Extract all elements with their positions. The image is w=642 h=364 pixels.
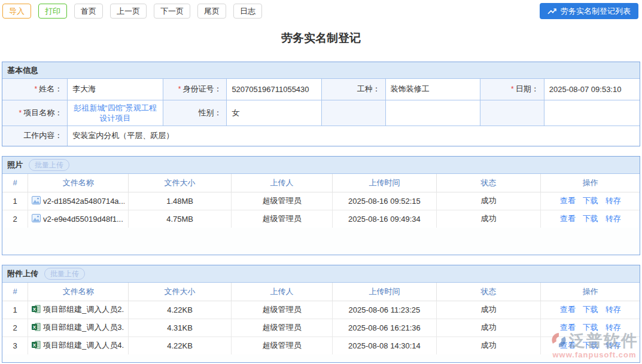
file-name-text: v2-e9e4d55019d48f1... — [43, 215, 123, 224]
col-operations: 操作 — [541, 283, 640, 301]
file-size-cell: 4.22KB — [129, 301, 231, 319]
view-link[interactable]: 查看 — [560, 305, 576, 314]
work-content-label-cell: 工作内容： — [2, 126, 68, 146]
table-row: 1 v2-d18542a5480714a... 1.48MB 超级管理员 202… — [2, 192, 640, 210]
transfer-link[interactable]: 转存 — [606, 214, 621, 223]
view-link[interactable]: 查看 — [560, 323, 576, 332]
file-size-cell: 1.48MB — [129, 192, 231, 210]
col-uploader: 上传人 — [231, 283, 332, 301]
photos-batch-upload-button[interactable]: 批量上传 — [29, 159, 69, 171]
log-button[interactable]: 日志 — [233, 4, 262, 19]
attachments-table: # 文件名称 文件大小 上传人 上传时间 状态 操作 1 X 项目部组建_调入人… — [2, 283, 640, 354]
download-link[interactable]: 下载 — [583, 214, 598, 223]
view-link[interactable]: 查看 — [560, 341, 576, 350]
basic-info-title: 基本信息 — [7, 65, 38, 76]
empty-label-cell — [322, 100, 386, 126]
basic-info-header: 基本信息 — [2, 62, 640, 79]
download-link[interactable]: 下载 — [583, 305, 598, 314]
col-status: 状态 — [436, 283, 541, 301]
attachments-header: 附件上传 批量上传 — [2, 265, 640, 283]
excel-icon: X — [32, 341, 41, 351]
file-name-text: 项目部组建_调入人员4.... — [43, 340, 124, 351]
file-name-cell: X 项目部组建_调入人员4.... — [28, 337, 129, 354]
operations-cell: 查看下载转存 — [541, 192, 640, 210]
registration-list-button[interactable]: 劳务实名制登记列表 — [540, 3, 638, 19]
toolbar: 导入 打印 首页 上一页 下一页 尾页 日志 劳务实名制登记列表 — [0, 0, 642, 22]
upload-time-cell: 2025-08-06 11:23:25 — [333, 301, 437, 319]
status-cell: 成功 — [436, 210, 541, 228]
status-cell: 成功 — [436, 319, 541, 337]
row-index: 3 — [2, 337, 28, 354]
required-mark: * — [178, 85, 181, 93]
view-link[interactable]: 查看 — [560, 196, 576, 205]
operations-cell: 查看下载转存 — [541, 319, 640, 337]
transfer-link[interactable]: 转存 — [606, 341, 621, 350]
file-name-cell: X 项目部组建_调入人员3.... — [28, 319, 129, 337]
transfer-link[interactable]: 转存 — [606, 305, 621, 314]
upload-time-cell: 2025-08-16 09:52:15 — [333, 192, 437, 210]
gender-label-cell: 性别： — [163, 100, 227, 126]
file-size-cell: 4.31KB — [129, 319, 231, 337]
col-filesize: 文件大小 — [129, 174, 231, 192]
first-page-button[interactable]: 首页 — [74, 4, 103, 19]
col-index: # — [2, 283, 28, 301]
last-page-button[interactable]: 尾页 — [197, 4, 226, 19]
import-button[interactable]: 导入 — [2, 4, 31, 19]
basic-info-table: *姓名： 李大海 *身份证号： 520705196711055430 工种： 装… — [2, 79, 640, 146]
table-row: 3 X 项目部组建_调入人员4.... 4.22KB 超级管理员 2025-08… — [2, 337, 640, 354]
id-label-cell: *身份证号： — [163, 79, 227, 100]
table-row: 2 X 项目部组建_调入人员3.... 4.31KB 超级管理员 2025-08… — [2, 319, 640, 337]
file-name-text: v2-d18542a5480714a... — [43, 197, 124, 206]
project-name-link[interactable]: 彭祖新城“四馆”景观工程设计项目 — [72, 103, 158, 123]
download-link[interactable]: 下载 — [583, 323, 598, 332]
photos-section: 照片 批量上传 # 文件名称 文件大小 上传人 上传时间 状态 操作 1 v2-… — [2, 156, 640, 255]
col-filename: 文件名称 — [28, 283, 129, 301]
attachments-batch-upload-button[interactable]: 批量上传 — [44, 268, 85, 280]
registration-list-label: 劳务实名制登记列表 — [561, 6, 631, 17]
col-operations: 操作 — [541, 174, 640, 192]
download-link[interactable]: 下载 — [583, 341, 598, 350]
photos-empty-area — [2, 228, 640, 255]
name-label-cell: *姓名： — [2, 79, 68, 100]
table-row: 1 X 项目部组建_调入人员2.... 4.22KB 超级管理员 2025-08… — [2, 301, 640, 319]
worktype-value-cell: 装饰装修工 — [385, 79, 480, 100]
required-mark: * — [19, 109, 22, 117]
next-page-button[interactable]: 下一页 — [154, 4, 190, 19]
uploader-cell: 超级管理员 — [231, 192, 332, 210]
required-mark: * — [34, 85, 37, 93]
download-link[interactable]: 下载 — [583, 196, 598, 205]
transfer-link[interactable]: 转存 — [606, 323, 621, 332]
upload-time-cell: 2025-08-16 09:49:34 — [333, 210, 437, 228]
excel-icon: X — [32, 323, 41, 333]
project-label-cell: *项目名称： — [2, 100, 68, 126]
required-mark: * — [511, 85, 514, 93]
file-name-text: 项目部组建_调入人员2.... — [43, 304, 124, 315]
operations-cell: 查看下载转存 — [541, 301, 640, 319]
page-title: 劳务实名制登记 — [0, 30, 642, 46]
gender-value-cell: 女 — [227, 100, 322, 126]
worktype-label-cell: 工种： — [322, 79, 386, 100]
file-name-cell: X 项目部组建_调入人员2.... — [28, 301, 129, 319]
photos-title: 照片 — [7, 160, 23, 170]
date-value-cell: 2025-08-07 09:53:10 — [544, 79, 640, 100]
col-status: 状态 — [436, 174, 541, 192]
operations-cell: 查看下载转存 — [541, 210, 640, 228]
photos-table: # 文件名称 文件大小 上传人 上传时间 状态 操作 1 v2-d18542a5… — [2, 174, 640, 228]
attachments-title: 附件上传 — [7, 268, 38, 279]
print-button[interactable]: 打印 — [38, 4, 67, 19]
name-value-cell: 李大海 — [68, 79, 163, 100]
row-index: 1 — [2, 192, 28, 210]
prev-page-button[interactable]: 上一页 — [110, 4, 147, 19]
photos-header: 照片 批量上传 — [2, 157, 640, 174]
status-cell: 成功 — [436, 192, 541, 210]
row-index: 1 — [2, 301, 28, 319]
upload-time-cell: 2025-08-06 16:21:36 — [333, 319, 437, 337]
status-cell: 成功 — [436, 301, 541, 319]
view-link[interactable]: 查看 — [560, 214, 576, 223]
id-value-cell: 520705196711055430 — [227, 79, 322, 100]
file-size-cell: 4.22KB — [129, 337, 231, 354]
transfer-link[interactable]: 转存 — [606, 196, 621, 205]
date-label-cell: *日期： — [480, 79, 544, 100]
col-filesize: 文件大小 — [129, 283, 231, 301]
empty-value-cell — [385, 100, 480, 126]
